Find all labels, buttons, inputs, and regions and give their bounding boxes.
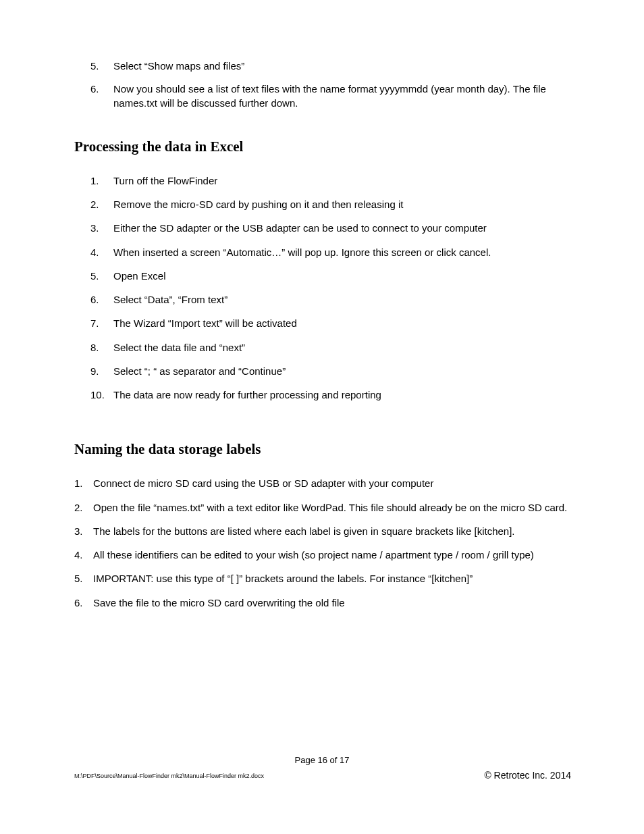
list-text: Select “Show maps and files” [113, 60, 244, 72]
list-item: 7.The Wizard “Import text” will be activ… [90, 317, 571, 330]
list-text: IMPORTANT: use this type of “[ ]” bracke… [93, 573, 473, 584]
list-number: 6. [74, 596, 90, 610]
list-number: 5. [74, 572, 90, 585]
heading-processing-excel: Processing the data in Excel [74, 138, 571, 155]
list-text: Select “; “ as separator and “Continue” [113, 365, 286, 377]
list-number: 2. [90, 198, 109, 211]
footer-copyright: © Retrotec Inc. 2014 [484, 770, 571, 781]
list-item: 1.Connect de micro SD card using the USB… [74, 477, 571, 490]
list-text: Select “Data”, “From text” [113, 294, 227, 305]
footer-page-number: Page 16 of 17 [0, 755, 644, 765]
list-number: 7. [90, 317, 109, 330]
list-number: 4. [74, 548, 90, 562]
list-text: Now you should see a list of text files … [113, 83, 546, 108]
list-item: 4.When inserted a screen “Automatic…” wi… [90, 246, 571, 259]
list-item: 5. Select “Show maps and files” [90, 59, 571, 73]
naming-steps-list: 1.Connect de micro SD card using the USB… [74, 477, 571, 610]
list-item: 9.Select “; “ as separator and “Continue… [90, 365, 571, 378]
list-text: Save the file to the micro SD card overw… [93, 597, 345, 608]
list-number: 1. [90, 174, 109, 188]
list-number: 6. [90, 293, 109, 307]
list-number: 4. [90, 246, 109, 259]
list-text: Turn off the FlowFinder [113, 175, 217, 186]
list-text: Connect de micro SD card using the USB o… [93, 477, 433, 489]
list-number: 8. [90, 341, 109, 355]
list-item: 5.Open Excel [90, 269, 571, 283]
list-text: Open the file “names.txt” with a text ed… [93, 502, 567, 513]
list-number: 3. [74, 525, 90, 538]
list-text: The labels for the buttons are listed wh… [93, 525, 515, 537]
list-item: 2.Open the file “names.txt” with a text … [74, 501, 571, 515]
list-item: 3.Either the SD adapter or the USB adapt… [90, 221, 571, 235]
list-text: The data are now ready for further proce… [113, 389, 381, 400]
list-number: 3. [90, 221, 109, 235]
list-text: Remove the micro-SD card by pushing on i… [113, 199, 403, 210]
list-text: Open Excel [113, 270, 166, 282]
list-item: 2.Remove the micro-SD card by pushing on… [90, 198, 571, 211]
list-text: Select the data file and “next” [113, 342, 245, 353]
list-number: 2. [74, 501, 90, 515]
list-text: Either the SD adapter or the USB adapter… [113, 222, 487, 234]
list-text: When inserted a screen “Automatic…” will… [113, 246, 491, 258]
list-item: 8.Select the data file and “next” [90, 341, 571, 355]
excel-steps-list: 1.Turn off the FlowFinder 2.Remove the m… [90, 174, 571, 402]
list-item: 3.The labels for the buttons are listed … [74, 525, 571, 538]
list-item: 6.Select “Data”, “From text” [90, 293, 571, 307]
list-number: 9. [90, 365, 109, 378]
list-number: 6. [90, 82, 109, 96]
list-item: 10.The data are now ready for further pr… [90, 388, 571, 402]
footer-file-path: M:\PDF\Source\Manual-FlowFinder mk2\Manu… [74, 773, 264, 779]
list-text: All these identifiers can be edited to y… [93, 549, 534, 561]
list-number: 5. [90, 59, 109, 73]
page-content: 5. Select “Show maps and files” 6. Now y… [74, 59, 571, 620]
list-item: 5.IMPORTANT: use this type of “[ ]” brac… [74, 572, 571, 585]
continuation-list: 5. Select “Show maps and files” 6. Now y… [90, 59, 571, 110]
heading-naming-labels: Naming the data storage labels [74, 441, 571, 458]
list-number: 5. [90, 269, 109, 283]
list-number: 10. [90, 388, 109, 402]
list-item: 1.Turn off the FlowFinder [90, 174, 571, 188]
list-item: 6.Save the file to the micro SD card ove… [74, 596, 571, 610]
list-item: 4.All these identifiers can be edited to… [74, 548, 571, 562]
list-text: The Wizard “Import text” will be activat… [113, 317, 297, 329]
list-number: 1. [74, 477, 90, 490]
list-item: 6. Now you should see a list of text fil… [90, 82, 571, 110]
